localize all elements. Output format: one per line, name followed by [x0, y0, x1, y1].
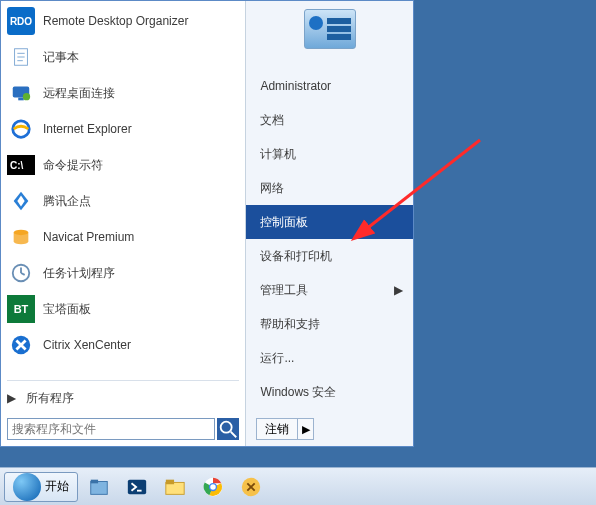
chevron-right-icon: ▶	[394, 283, 403, 297]
right-item-2[interactable]: 计算机	[246, 137, 413, 171]
right-item-label: 文档	[260, 112, 284, 129]
right-item-3[interactable]: 网络	[246, 171, 413, 205]
search-icon	[217, 418, 239, 440]
taskbar-icon-app[interactable]	[234, 472, 268, 502]
program-item-rdp[interactable]: 远程桌面连接	[1, 75, 245, 111]
program-item-navicat[interactable]: Navicat Premium	[1, 219, 245, 255]
navicat-icon	[7, 223, 35, 251]
qidian-icon	[7, 187, 35, 215]
right-item-8[interactable]: 运行...	[246, 341, 413, 375]
search-input[interactable]	[7, 418, 215, 440]
user-avatar-container	[246, 9, 413, 69]
program-item-ie[interactable]: Internet Explorer	[1, 111, 245, 147]
right-item-label: 计算机	[260, 146, 296, 163]
right-item-label: 运行...	[260, 350, 294, 367]
right-item-5[interactable]: 设备和打印机	[246, 239, 413, 273]
program-item-bt[interactable]: BT宝塔面板	[1, 291, 245, 327]
right-item-label: 管理工具	[260, 282, 308, 299]
bt-icon: BT	[7, 295, 35, 323]
all-programs-label: 所有程序	[26, 390, 74, 407]
taskbar-icon-explorer[interactable]	[158, 472, 192, 502]
svg-point-6	[23, 93, 30, 100]
program-label: 腾讯企点	[43, 193, 91, 210]
right-item-9[interactable]: Windows 安全	[246, 375, 413, 409]
program-label: 宝塔面板	[43, 301, 91, 318]
right-item-label: Administrator	[260, 79, 331, 93]
right-item-1[interactable]: 文档	[246, 103, 413, 137]
tasksched-icon	[7, 259, 35, 287]
cmd-icon: C:\	[7, 151, 35, 179]
notepad-icon	[7, 43, 35, 71]
program-item-tasksched[interactable]: 任务计划程序	[1, 255, 245, 291]
svg-point-13	[221, 422, 232, 433]
start-orb-icon	[13, 473, 41, 501]
logout-options-button[interactable]: ▶	[298, 418, 314, 440]
right-item-7[interactable]: 帮助和支持	[246, 307, 413, 341]
rdp-icon	[7, 79, 35, 107]
logout-button[interactable]: 注销	[256, 418, 298, 440]
separator	[7, 380, 239, 381]
right-item-label: 网络	[260, 180, 284, 197]
svg-point-24	[210, 484, 216, 490]
xen-icon	[7, 331, 35, 359]
svg-rect-21	[166, 479, 174, 484]
ie-icon	[7, 115, 35, 143]
svg-rect-16	[91, 481, 108, 494]
right-item-label: 设备和打印机	[260, 248, 332, 265]
chevron-right-icon: ▶	[7, 391, 16, 405]
program-label: Remote Desktop Organizer	[43, 14, 188, 28]
logout-row: 注销 ▶	[246, 412, 413, 446]
right-item-label: 帮助和支持	[260, 316, 320, 333]
search-button[interactable]	[217, 418, 239, 440]
program-label: Citrix XenCenter	[43, 338, 131, 352]
taskbar-icon-chrome[interactable]	[196, 472, 230, 502]
start-menu: RDORemote Desktop Organizer记事本远程桌面连接Inte…	[0, 0, 414, 447]
start-menu-left-pane: RDORemote Desktop Organizer记事本远程桌面连接Inte…	[1, 1, 246, 446]
taskbar: 开始	[0, 467, 596, 505]
program-label: Internet Explorer	[43, 122, 132, 136]
program-item-xen[interactable]: Citrix XenCenter	[1, 327, 245, 363]
start-menu-right-pane: Administrator文档计算机网络控制面板设备和打印机管理工具▶帮助和支持…	[246, 1, 413, 446]
right-item-0[interactable]: Administrator	[246, 69, 413, 103]
svg-line-14	[231, 432, 237, 438]
user-avatar-icon	[304, 9, 356, 49]
program-item-rdo[interactable]: RDORemote Desktop Organizer	[1, 3, 245, 39]
program-item-qidian[interactable]: 腾讯企点	[1, 183, 245, 219]
svg-rect-17	[91, 479, 98, 483]
program-item-cmd[interactable]: C:\命令提示符	[1, 147, 245, 183]
all-programs-button[interactable]: ▶ 所有程序	[1, 384, 245, 412]
start-button[interactable]: 开始	[4, 472, 78, 502]
right-item-4[interactable]: 控制面板	[246, 205, 413, 239]
program-label: 命令提示符	[43, 157, 103, 174]
taskbar-icon-powershell[interactable]	[120, 472, 154, 502]
rdo-icon: RDO	[7, 7, 35, 35]
right-item-label: Windows 安全	[260, 384, 336, 401]
right-item-6[interactable]: 管理工具▶	[246, 273, 413, 307]
program-item-notepad[interactable]: 记事本	[1, 39, 245, 75]
svg-rect-5	[18, 98, 24, 101]
right-item-label: 控制面板	[260, 214, 308, 231]
taskbar-icon-libraries[interactable]	[82, 472, 116, 502]
search-bar	[1, 412, 245, 446]
program-label: Navicat Premium	[43, 230, 134, 244]
program-label: 任务计划程序	[43, 265, 115, 282]
logout-label: 注销	[265, 421, 289, 438]
program-label: 远程桌面连接	[43, 85, 115, 102]
program-list: RDORemote Desktop Organizer记事本远程桌面连接Inte…	[1, 1, 245, 377]
start-button-label: 开始	[45, 478, 69, 495]
program-label: 记事本	[43, 49, 79, 66]
right-pane-list: Administrator文档计算机网络控制面板设备和打印机管理工具▶帮助和支持…	[246, 69, 413, 412]
